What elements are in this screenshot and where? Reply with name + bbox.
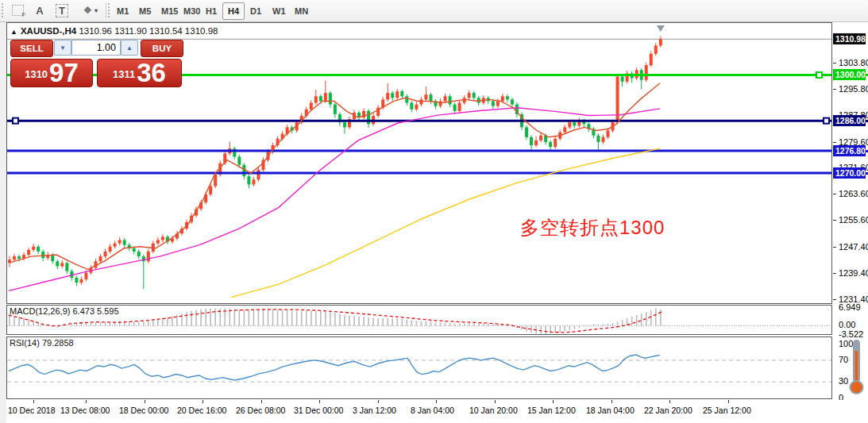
time-tick-mark xyxy=(378,400,379,403)
time-tick-mark xyxy=(86,400,87,403)
object-style-picker-icon[interactable]: ❖ ▾ xyxy=(78,2,103,19)
time-axis-label: 3 Jan 12:00 xyxy=(353,406,396,415)
time-axis-label: 15 Jan 12:00 xyxy=(527,406,576,415)
time-axis-label: 22 Jan 20:00 xyxy=(644,406,692,415)
axis-tick-mark xyxy=(833,299,836,300)
axis-tick-mark xyxy=(833,142,836,143)
price-level-badge: 1286.00 xyxy=(833,115,866,126)
axis-tick-mark xyxy=(833,220,836,221)
price-tick-label: 1263.60 xyxy=(839,189,868,198)
sell-price-pips: 97 xyxy=(49,61,79,85)
chart-annotation-text: 多空转折点1300 xyxy=(520,215,665,240)
time-axis-label: 13 Dec 08:00 xyxy=(60,406,110,415)
chevron-down-icon: ▾ xyxy=(95,7,98,14)
price-tick-label: 1247.40 xyxy=(839,242,868,252)
buy-price-pips: 36 xyxy=(137,61,166,85)
time-axis-label: 31 Dec 00:00 xyxy=(294,406,343,415)
time-tick-mark xyxy=(669,400,670,403)
rsi-label: RSI(14) 79.2858 xyxy=(10,338,74,348)
axis-tick-mark xyxy=(833,273,836,274)
time-axis[interactable]: 10 Dec 201813 Dec 08:0018 Dec 00:0020 De… xyxy=(6,400,868,423)
text-box-t-icon[interactable]: T xyxy=(52,2,71,19)
chart-window: ▲XAUUSD-,H4 1310.96 1311.90 1310.54 1310… xyxy=(6,22,868,423)
time-tick-mark xyxy=(436,400,437,403)
price-level-badge: 1310.98 xyxy=(833,33,866,44)
macd-indicator-panel[interactable]: MACD(12,26,9) 6.473 5.595 xyxy=(6,305,832,335)
down-arrow-marker xyxy=(657,25,665,32)
price-tick-label: 1295.80 xyxy=(839,84,868,94)
time-tick-mark xyxy=(319,400,320,403)
timeframe-button-h1[interactable]: H1 xyxy=(200,2,222,20)
volume-increase-button[interactable]: ▲ xyxy=(121,40,138,56)
volume-decrease-button[interactable]: ▼ xyxy=(54,40,71,56)
time-tick-mark xyxy=(553,400,554,403)
volume-input[interactable] xyxy=(71,40,121,56)
buy-button[interactable]: BUY xyxy=(141,40,183,57)
time-tick-mark xyxy=(728,400,729,403)
time-axis-label: 25 Jan 12:00 xyxy=(703,406,751,415)
macd-chart-canvas xyxy=(7,306,831,334)
main-chart-panel[interactable]: ▲XAUUSD-,H4 1310.96 1311.90 1310.54 1310… xyxy=(6,22,832,304)
timeframe-button-d1[interactable]: D1 xyxy=(245,2,267,20)
timeframe-button-h4[interactable]: H4 xyxy=(222,2,245,20)
price-tick-label: 1255.60 xyxy=(839,215,868,225)
axis-tick-mark xyxy=(833,63,836,63)
time-tick-mark xyxy=(495,400,496,403)
text-annotation-a-icon[interactable]: A xyxy=(32,2,48,19)
axis-tick-mark xyxy=(833,89,836,90)
time-axis-label: 18 Jan 04:00 xyxy=(586,406,635,415)
macd-label: MACD(12,26,9) 6.473 5.595 xyxy=(10,306,119,316)
rsi-indicator-panel[interactable]: RSI(14) 79.2858 xyxy=(6,336,832,399)
time-axis-label: 10 Dec 2018 xyxy=(8,406,56,415)
price-level-badge: 1276.80 xyxy=(833,145,866,156)
axis-tick-mark xyxy=(833,247,836,248)
chart-grid-f-icon[interactable]: F xyxy=(8,2,27,19)
macd-axis-label: -3.522 xyxy=(839,329,863,339)
mt4-application-window: { "toolbar": { "tools": [ {"name": "char… xyxy=(0,0,868,423)
time-tick-mark xyxy=(261,400,262,403)
toolbar-separator xyxy=(106,2,106,18)
time-axis-label: 10 Jan 20:00 xyxy=(469,406,518,415)
macd-axis-label: 6.949 xyxy=(839,302,861,312)
time-tick-mark xyxy=(611,400,612,403)
time-tick-mark xyxy=(33,400,34,403)
timeframe-button-m1[interactable]: M1 xyxy=(111,2,134,20)
collapse-triangle-icon[interactable]: ▲ xyxy=(10,28,17,36)
price-level-badge: 1300.00 xyxy=(833,69,866,80)
timeframe-button-w1[interactable]: W1 xyxy=(267,2,291,20)
price-tick-label: 1303.80 xyxy=(839,58,868,67)
time-tick-mark xyxy=(203,400,203,403)
buy-price-main: 1311 xyxy=(113,64,135,85)
timeframe-button-m5[interactable]: M5 xyxy=(133,2,156,20)
price-level-badge: 1270.00 xyxy=(833,167,866,179)
symbol-label: XAUUSD-,H4 xyxy=(21,26,76,36)
sell-button[interactable]: SELL xyxy=(10,40,53,57)
time-axis-label: 18 Dec 00:00 xyxy=(119,406,168,415)
price-tick-label: 1239.40 xyxy=(839,268,868,278)
toolbar-grip[interactable] xyxy=(2,3,6,17)
rsi-line xyxy=(9,355,660,380)
buy-price-box[interactable]: 1311 36 xyxy=(97,59,182,87)
axis-tick-mark xyxy=(833,194,836,194)
time-tick-mark xyxy=(145,400,145,403)
time-axis-label: 20 Dec 16:00 xyxy=(177,406,226,415)
chart-title: ▲XAUUSD-,H4 1310.96 1311.90 1310.54 1310… xyxy=(10,26,218,36)
time-axis-label: 26 Dec 08:00 xyxy=(236,406,285,415)
top-toolbar: F A T ❖ ▾ M1M5M15M30H1H4D1W1MN xyxy=(0,0,868,22)
sell-price-main: 1310 xyxy=(25,64,48,85)
thermometer-icon xyxy=(847,338,867,398)
sell-price-box[interactable]: 1310 97 xyxy=(10,59,93,87)
time-axis-label: 8 Jan 04:00 xyxy=(411,406,454,415)
ohlc-values: 1310.96 1311.90 1310.54 1310.98 xyxy=(79,26,218,36)
rsi-chart-canvas xyxy=(7,337,831,398)
timeframe-button-mn[interactable]: MN xyxy=(289,2,314,20)
